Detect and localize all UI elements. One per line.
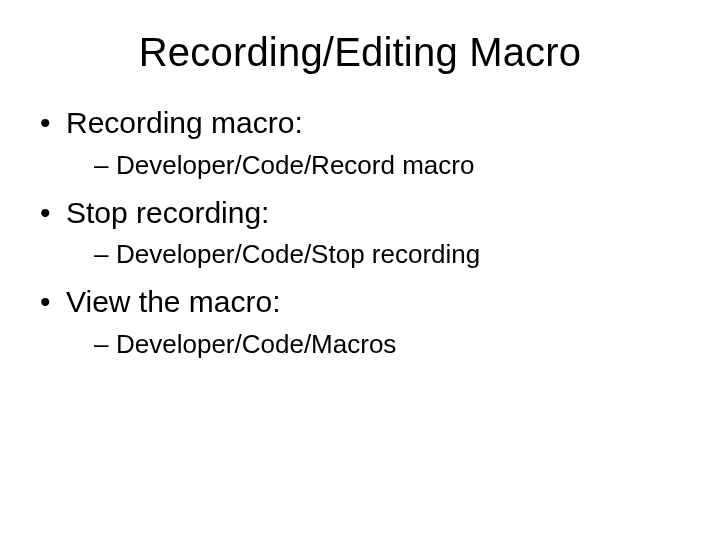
bullet-item: Stop recording: Developer/Code/Stop reco… [40,193,684,273]
sub-bullet-item: Developer/Code/Macros [94,327,684,362]
sub-bullet-item: Developer/Code/Record macro [94,148,684,183]
bullet-label: View the macro: [66,285,281,318]
slide: Recording/Editing Macro Recording macro:… [0,0,720,540]
sub-bullet-list: Developer/Code/Macros [66,327,684,362]
bullet-list: Recording macro: Developer/Code/Record m… [36,103,684,362]
sub-bullet-list: Developer/Code/Stop recording [66,237,684,272]
slide-title: Recording/Editing Macro [36,30,684,75]
sub-bullet-label: Developer/Code/Macros [116,329,396,359]
bullet-label: Recording macro: [66,106,303,139]
bullet-label: Stop recording: [66,196,269,229]
bullet-item: Recording macro: Developer/Code/Record m… [40,103,684,183]
sub-bullet-label: Developer/Code/Record macro [116,150,474,180]
sub-bullet-label: Developer/Code/Stop recording [116,239,480,269]
sub-bullet-item: Developer/Code/Stop recording [94,237,684,272]
bullet-item: View the macro: Developer/Code/Macros [40,282,684,362]
sub-bullet-list: Developer/Code/Record macro [66,148,684,183]
